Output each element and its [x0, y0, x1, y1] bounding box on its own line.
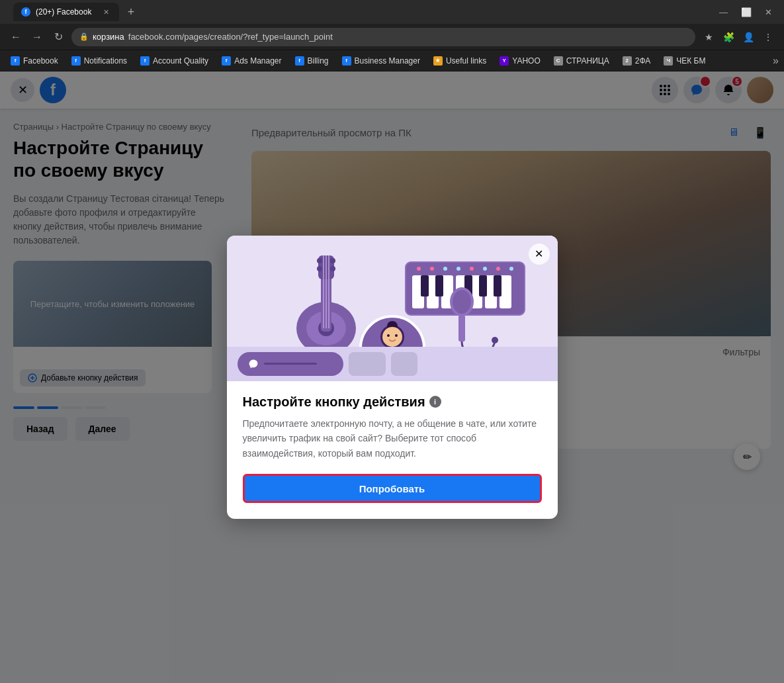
new-tab-button[interactable]: + — [122, 3, 140, 21]
svg-point-52 — [395, 334, 398, 337]
svg-point-47 — [492, 337, 498, 343]
address-base: корзина — [93, 32, 124, 42]
useful-links-bookmark-icon: ★ — [433, 56, 443, 66]
yahoo-bookmark-icon: Y — [500, 56, 509, 66]
action-empty-2 — [391, 352, 417, 376]
bookmark-label: Facebook — [23, 56, 58, 66]
bookmarks-bar: f Facebook f Notifications f Account Qua… — [0, 50, 784, 71]
2fa-bookmark-icon: 2 — [623, 56, 632, 66]
modal-close-button[interactable]: ✕ — [529, 244, 550, 265]
lock-icon: 🔒 — [79, 32, 89, 41]
svg-point-38 — [443, 267, 447, 271]
svg-point-39 — [457, 267, 460, 271]
window-minimize[interactable]: — — [715, 7, 732, 17]
bookmark-account-quality[interactable]: f Account Quality — [135, 54, 214, 68]
svg-point-18 — [317, 258, 322, 263]
bookmark-chek-bm[interactable]: Ч ЧЕК БМ — [658, 54, 711, 68]
action-preview-bar — [227, 347, 558, 381]
facebook-page: ✕ f 5 — [0, 71, 784, 683]
bookmark-2fa[interactable]: 2 2ФА — [617, 54, 656, 68]
browser-title-bar: f (20+) Facebook ✕ + — ⬜ ✕ — [0, 0, 784, 24]
bookmark-business-manager[interactable]: f Business Manager — [337, 54, 425, 68]
billing-bookmark-icon: f — [295, 56, 304, 66]
bookmark-label: 2ФА — [635, 56, 651, 66]
bookmark-star-button[interactable]: ★ — [701, 29, 717, 45]
browser-actions: ★ 🧩 👤 ⋮ — [701, 29, 776, 45]
modal-title: Настройте кнопку действия i — [243, 394, 542, 410]
ads-manager-bookmark-icon: f — [222, 56, 231, 66]
business-manager-bookmark-icon: f — [342, 56, 351, 66]
tab-title: (20+) Facebook — [36, 7, 91, 17]
address-bar: ← → ↻ 🔒 корзина facebook.com/pages/creat… — [0, 24, 784, 50]
bookmark-facebook[interactable]: f Facebook — [5, 54, 64, 68]
tab-close-button[interactable]: ✕ — [101, 7, 111, 17]
svg-point-21 — [330, 266, 335, 271]
bookmark-label: СТРАНИЦА — [566, 56, 609, 66]
back-button[interactable]: ← — [8, 29, 24, 45]
svg-point-51 — [387, 334, 390, 337]
account-quality-bookmark-icon: f — [140, 56, 150, 66]
bookmark-label: YAHOO — [512, 56, 540, 66]
svg-point-19 — [330, 258, 335, 263]
profile-button[interactable]: 👤 — [740, 29, 756, 45]
active-tab[interactable]: f (20+) Facebook ✕ — [13, 3, 119, 21]
svg-rect-31 — [421, 275, 429, 296]
tab-favicon: f — [21, 7, 30, 17]
svg-rect-46 — [458, 315, 465, 342]
tab-bar: f (20+) Facebook ✕ + — [13, 3, 710, 21]
modal-description: Предпочитаете электронную почту, а не об… — [243, 416, 542, 461]
window-restore[interactable]: ⬜ — [737, 7, 756, 17]
window-close[interactable]: ✕ — [761, 7, 776, 17]
modal-illustration: ✕ — [227, 236, 558, 381]
modal-backdrop: ✕ — [0, 71, 784, 683]
bookmark-yahoo[interactable]: Y YAHOO — [494, 54, 545, 68]
svg-point-45 — [453, 290, 471, 314]
action-button-modal: ✕ — [227, 236, 558, 519]
svg-point-20 — [317, 266, 322, 271]
address-url: facebook.com/pages/creation/?ref_type=la… — [128, 32, 333, 42]
svg-point-41 — [483, 267, 487, 271]
bookmark-billing[interactable]: f Billing — [290, 54, 334, 68]
chek-bm-bookmark-icon: Ч — [664, 56, 673, 66]
notifications-bookmark-icon: f — [71, 56, 81, 66]
bookmark-useful-links[interactable]: ★ Useful links — [428, 54, 492, 68]
bookmark-label: Billing — [308, 56, 329, 66]
bookmark-label: Ads Manager — [234, 56, 281, 66]
bookmark-label: Useful links — [446, 56, 486, 66]
svg-point-37 — [430, 267, 434, 271]
bookmarks-more-button[interactable]: » — [773, 55, 779, 67]
messenger-action-pill — [238, 352, 343, 376]
action-pill-text-placeholder — [264, 363, 317, 365]
bookmark-label: ЧЕК БМ — [676, 56, 705, 66]
action-empty-1 — [349, 352, 386, 376]
svg-point-50 — [382, 327, 402, 347]
forward-button[interactable]: → — [29, 29, 45, 45]
modal-body: Настройте кнопку действия i Предпочитает… — [227, 381, 558, 519]
address-input[interactable]: 🔒 корзина facebook.com/pages/creation/?r… — [71, 28, 695, 46]
bookmark-label: Notifications — [84, 56, 127, 66]
reload-button[interactable]: ↻ — [50, 29, 66, 45]
info-icon[interactable]: i — [429, 396, 441, 408]
facebook-bookmark-icon: f — [11, 56, 20, 66]
svg-point-40 — [470, 267, 474, 271]
svg-point-36 — [417, 267, 421, 271]
bookmark-ads-manager[interactable]: f Ads Manager — [216, 54, 286, 68]
window-right-controls: — ⬜ ✕ — [715, 7, 776, 17]
svg-point-42 — [496, 267, 500, 271]
menu-button[interactable]: ⋮ — [760, 29, 776, 45]
try-button[interactable]: Попробовать — [243, 474, 542, 503]
extension-button[interactable]: 🧩 — [720, 29, 736, 45]
bookmark-notifications[interactable]: f Notifications — [66, 54, 132, 68]
stranica-bookmark-icon: С — [554, 56, 563, 66]
svg-point-43 — [509, 267, 513, 271]
bookmark-label: Account Quality — [153, 56, 208, 66]
bookmark-stranica[interactable]: С СТРАНИЦА — [548, 54, 615, 68]
bookmark-label: Business Manager — [355, 56, 420, 66]
